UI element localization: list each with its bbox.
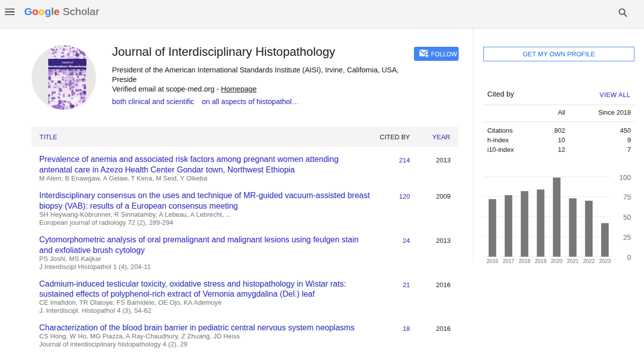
svg-text:2023: 2023 (599, 258, 611, 264)
svg-text:50: 50 (623, 213, 631, 221)
svg-text:100: 100 (619, 173, 631, 182)
svg-text:Journal of: Journal of (62, 61, 73, 64)
svg-text:2021: 2021 (567, 258, 579, 264)
svg-text:2019: 2019 (535, 258, 547, 264)
svg-text:25: 25 (623, 233, 631, 241)
svg-text:2022: 2022 (583, 258, 595, 264)
svg-text:0: 0 (627, 253, 631, 261)
svg-text:E-ISSN 2146-8362: E-ISSN 2146-8362 (67, 73, 86, 76)
svg-text:2020: 2020 (551, 258, 563, 264)
svg-text:2016: 2016 (487, 258, 499, 264)
svg-text:2018: 2018 (519, 258, 531, 264)
svg-text:2017: 2017 (503, 258, 515, 264)
svg-text:Interdisciplinary Histopatholo: Interdisciplinary Histopathology (48, 65, 87, 68)
svg-text:75: 75 (623, 193, 631, 201)
